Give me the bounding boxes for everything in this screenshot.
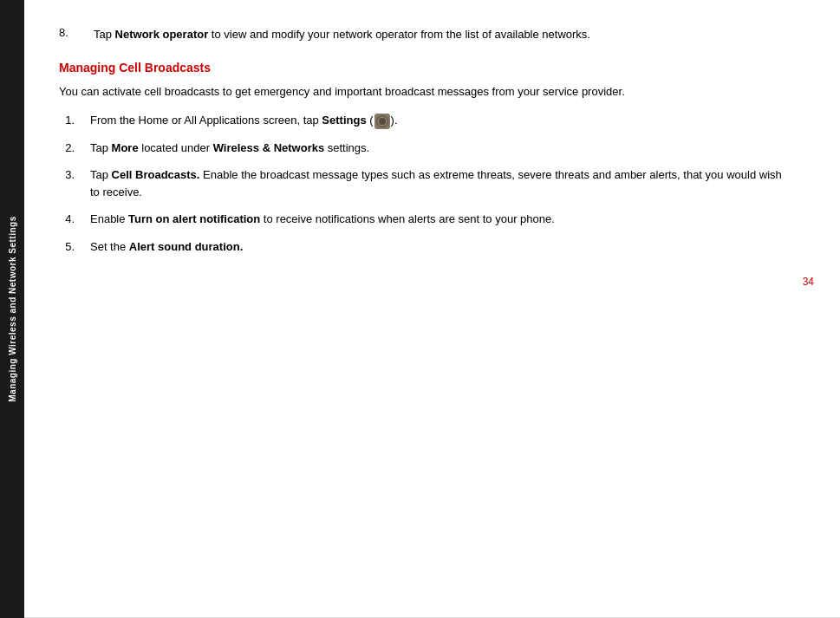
step-content: Tap More located under Wireless & Networ… [90,140,369,157]
step-8: 8. Tap Network operator to view and modi… [59,26,788,43]
list-item: 5. Set the Alert sound duration. [59,238,788,256]
settings-icon [374,114,390,129]
list-item: 1. From the Home or All Applications scr… [59,112,788,129]
step-8-text: Tap Network operator to view and modify … [94,26,590,43]
main-content: 8. Tap Network operator to view and modi… [24,0,840,618]
list-item: 4. Enable Turn on alert notification to … [59,211,788,228]
step-content: Set the Alert sound duration. [90,238,243,256]
step-content: Tap Cell Broadcasts. Enable the broadcas… [90,166,788,200]
sidebar-label: Managing Wireless and Network Settings [8,216,17,402]
section-intro: You can activate cell broadcasts to get … [59,83,788,101]
step-8-number: 8. [59,26,76,43]
list-item: 2. Tap More located under Wireless & Net… [59,140,788,157]
step-number: 2. [59,140,75,157]
step-number: 1. [59,112,75,129]
step-content: From the Home or All Applications screen… [90,112,398,129]
step-content: Enable Turn on alert notification to rec… [90,211,555,228]
page-number: 34 [803,276,814,288]
section-title: Managing Cell Broadcasts [59,61,788,75]
steps-list: 1. From the Home or All Applications scr… [59,112,788,255]
list-item: 3. Tap Cell Broadcasts. Enable the broad… [59,166,788,200]
sidebar: Managing Wireless and Network Settings [0,0,24,618]
step-number: 3. [59,166,75,184]
step-number: 4. [59,211,75,228]
step-number: 5. [59,238,75,256]
